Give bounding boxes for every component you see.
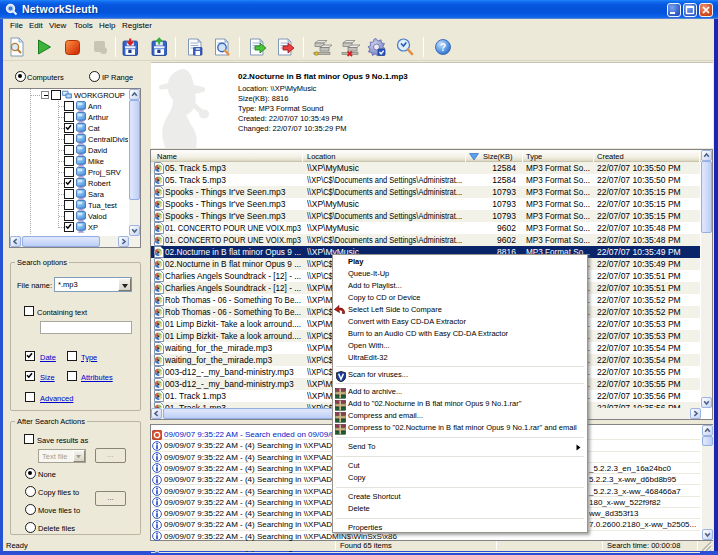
svg-text:?: ? — [440, 42, 446, 53]
